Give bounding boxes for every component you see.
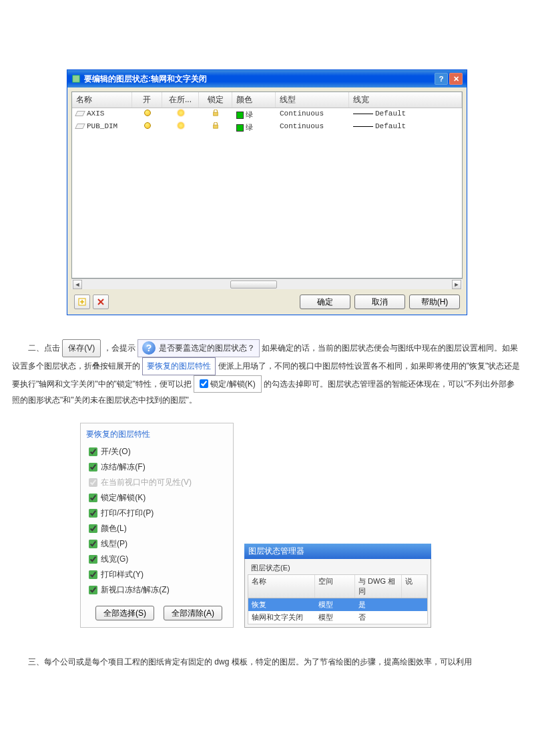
- layer-state-edit-dialog: 要编辑的图层状态:轴网和文字关闭 ? ✕ 名称 开 在所... 锁定 颜色 线型…: [67, 69, 467, 315]
- help-window-button[interactable]: ?: [435, 73, 448, 85]
- dialog-titlebar[interactable]: 要编辑的图层状态:轴网和文字关闭 ? ✕: [67, 70, 467, 87]
- checkbox[interactable]: [89, 570, 97, 579]
- restore-properties-panel: 要恢复的图层特性 开/关(O)冻结/解冻(F)在当前视口中的可见性(V)锁定/解…: [80, 423, 234, 628]
- lineweight-value[interactable]: Default: [375, 122, 406, 130]
- checkbox-label: 锁定/解锁(K): [210, 377, 255, 392]
- cancel-button[interactable]: 取消: [354, 295, 405, 309]
- select-all-button[interactable]: 全部选择(S): [95, 606, 154, 620]
- new-layer-button[interactable]: [74, 295, 90, 309]
- checkbox[interactable]: [89, 586, 97, 594]
- color-swatch[interactable]: [236, 112, 244, 119]
- mgr-title: 图层状态管理器: [244, 544, 431, 559]
- checkbox-label: 颜色(L): [101, 523, 127, 534]
- bulb-icon[interactable]: [144, 110, 151, 116]
- checkbox[interactable]: [89, 555, 97, 564]
- close-window-button[interactable]: ✕: [449, 73, 463, 85]
- mgr-row[interactable]: 恢复模型是: [248, 598, 427, 611]
- checkbox[interactable]: [89, 447, 97, 456]
- checkbox[interactable]: [89, 524, 97, 533]
- col-freeze[interactable]: 在所...: [162, 92, 199, 108]
- checkbox[interactable]: [89, 463, 97, 471]
- restore-props-link[interactable]: 要恢复的图层特性: [142, 357, 216, 375]
- lock-icon[interactable]: [212, 122, 219, 129]
- scroll-right-icon[interactable]: ►: [452, 280, 461, 289]
- property-checkbox-row[interactable]: 在当前视口中的可见性(V): [86, 475, 228, 490]
- mgr-col-space[interactable]: 空间: [315, 575, 355, 598]
- text: ，会提示: [103, 343, 136, 353]
- mgr-cell: 模型: [315, 611, 355, 624]
- delete-layer-button[interactable]: [93, 295, 109, 309]
- mgr-group-label: 图层状态(E): [248, 562, 428, 574]
- lineweight-preview: [353, 114, 373, 114]
- checkbox-label: 在当前视口中的可见性(V): [101, 477, 192, 488]
- mgr-col-desc[interactable]: 说: [402, 575, 427, 598]
- checkbox[interactable]: [89, 478, 97, 487]
- checkbox[interactable]: [200, 379, 208, 388]
- property-checkbox-row[interactable]: 打印样式(Y): [86, 567, 228, 582]
- linetype-value[interactable]: Continuous: [276, 108, 349, 121]
- layer-row[interactable]: PUB_DIM 绿 Continuous Default: [72, 121, 462, 134]
- scroll-left-icon[interactable]: ◄: [73, 280, 82, 289]
- lock-unlock-checkbox-inline[interactable]: 锁定/解锁(K): [194, 375, 261, 393]
- checkbox-label: 锁定/解锁(K): [101, 492, 146, 504]
- mgr-row[interactable]: 轴网和文字关闭模型否: [248, 611, 427, 624]
- col-on[interactable]: 开: [132, 92, 162, 108]
- col-name[interactable]: 名称: [72, 92, 132, 108]
- mgr-col-same[interactable]: 与 DWG 相同: [355, 575, 402, 598]
- linetype-value[interactable]: Continuous: [276, 121, 349, 134]
- checkbox-label: 打印/不打印(P): [101, 508, 154, 519]
- col-lineweight[interactable]: 线宽: [349, 92, 462, 108]
- ok-button[interactable]: 确定: [300, 295, 350, 309]
- lock-icon[interactable]: [212, 110, 219, 116]
- scroll-track[interactable]: [83, 280, 451, 289]
- horizontal-scrollbar[interactable]: ◄ ►: [71, 278, 463, 289]
- mgr-cell: [402, 598, 427, 611]
- property-checkbox-row[interactable]: 打印/不打印(P): [86, 506, 228, 521]
- dialog-title: 要编辑的图层状态:轴网和文字关闭: [84, 73, 207, 85]
- app-icon: [71, 74, 81, 83]
- property-checkbox-row[interactable]: 开/关(O): [86, 444, 228, 459]
- layer-name: PUB_DIM: [87, 122, 117, 130]
- col-lock[interactable]: 锁定: [199, 92, 232, 108]
- help-button[interactable]: 帮助(H): [409, 295, 460, 309]
- color-swatch[interactable]: [236, 124, 244, 132]
- checkbox[interactable]: [89, 509, 97, 518]
- scroll-thumb[interactable]: [230, 280, 277, 289]
- property-checkbox-row[interactable]: 锁定/解锁(K): [86, 490, 228, 506]
- col-color[interactable]: 颜色: [232, 92, 276, 108]
- sun-icon[interactable]: [178, 110, 184, 116]
- paragraph-3: 三、每个公司或是每个项目工程的图纸肯定有固定的 dwg 模板，特定的图层。为了节…: [0, 654, 534, 670]
- save-button-inline[interactable]: 保存(V): [62, 339, 101, 357]
- layer-icon: [75, 111, 85, 116]
- checkbox[interactable]: [89, 540, 97, 548]
- mgr-cell: [402, 611, 427, 624]
- checkbox-label: 冻结/解冻(F): [101, 461, 146, 473]
- property-checkbox-row[interactable]: 线宽(G): [86, 552, 228, 567]
- mgr-cell: 否: [355, 611, 402, 624]
- sun-icon[interactable]: [178, 122, 184, 129]
- confirm-prompt: ?是否要盖选定的图层状态？: [138, 339, 260, 357]
- property-checkbox-row[interactable]: 冻结/解冻(F): [86, 459, 228, 475]
- svg-rect-2: [214, 125, 218, 128]
- lineweight-value[interactable]: Default: [375, 110, 406, 118]
- mgr-cell: 轴网和文字关闭: [248, 611, 315, 624]
- paragraph-2: 二、点击 保存(V) ，会提示 ?是否要盖选定的图层状态？ 如果确定的话，当前的…: [0, 339, 534, 408]
- layer-row[interactable]: AXIS 绿 Continuous Default: [72, 108, 462, 121]
- layer-list: 名称 开 在所... 锁定 颜色 线型 线宽 AXIS 绿 Continuous…: [71, 91, 463, 278]
- bulb-icon[interactable]: [144, 122, 151, 129]
- col-linetype[interactable]: 线型: [276, 92, 349, 108]
- prompt-text: 是否要盖选定的图层状态？: [159, 341, 255, 356]
- mgr-col-name[interactable]: 名称: [248, 575, 315, 598]
- mgr-cell: 恢复: [248, 598, 315, 611]
- color-label: 绿: [246, 111, 253, 119]
- layer-state-manager-panel: 图层状态管理器 图层状态(E) 名称 空间 与 DWG 相同 说 恢复模型是轴网…: [244, 544, 431, 628]
- checkbox-label: 开/关(O): [101, 446, 131, 457]
- property-checkbox-row[interactable]: 线型(P): [86, 536, 228, 552]
- checkbox[interactable]: [89, 494, 97, 502]
- svg-rect-0: [73, 75, 80, 83]
- color-label: 绿: [246, 124, 253, 132]
- property-checkbox-row[interactable]: 新视口冻结/解冻(Z): [86, 582, 228, 598]
- clear-all-button[interactable]: 全部清除(A): [164, 606, 222, 620]
- list-header: 名称 开 在所... 锁定 颜色 线型 线宽: [72, 92, 462, 108]
- property-checkbox-row[interactable]: 颜色(L): [86, 521, 228, 536]
